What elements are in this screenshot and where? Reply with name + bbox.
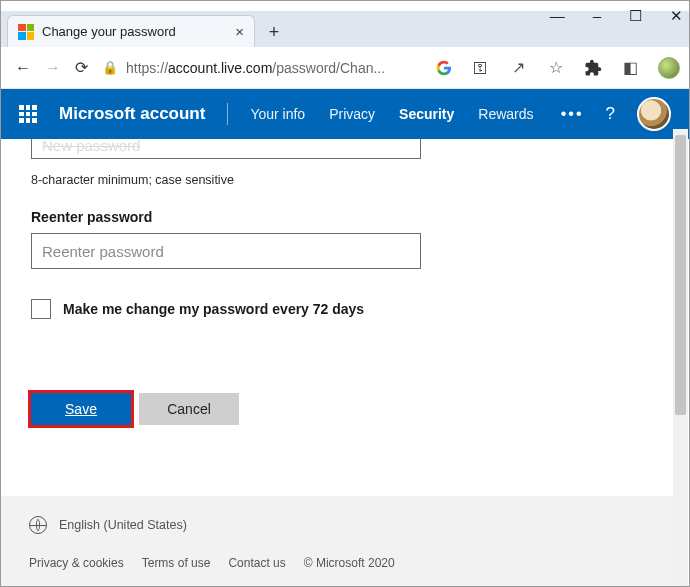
header-separator (227, 103, 228, 125)
url-scheme: https:// (126, 60, 168, 76)
toolbar-right: ⚿ ↗ ☆ ◧ ⋮ (436, 57, 690, 79)
share-icon[interactable]: ↗ (508, 58, 528, 77)
address-bar: ← → ⟳ 🔒 https://account.live.com/passwor… (1, 47, 689, 89)
page-content: New password 8-character minimum; case s… (1, 139, 689, 499)
account-switch-icon[interactable]: ◧ (620, 58, 640, 77)
more-actions-icon[interactable]: ••• (561, 105, 584, 123)
page-footer: English (United States) Privacy & cookie… (1, 496, 673, 586)
scrollbar-thumb[interactable] (675, 135, 686, 415)
nav-yourinfo[interactable]: Your info (250, 106, 305, 122)
nav-rewards[interactable]: Rewards (478, 106, 533, 122)
footer-copyright: © Microsoft 2020 (304, 556, 395, 570)
url-box[interactable]: 🔒 https://account.live.com/password/Chan… (102, 60, 422, 76)
app-launcher-icon[interactable] (19, 105, 37, 123)
new-password-ghost: New password (42, 137, 140, 154)
new-password-input-truncated[interactable]: New password (31, 139, 421, 159)
footer-contact[interactable]: Contact us (228, 556, 285, 570)
browser-tab[interactable]: Change your password × (7, 15, 255, 47)
password-key-icon[interactable]: ⚿ (470, 59, 490, 76)
password-hint: 8-character minimum; case sensitive (31, 173, 659, 187)
button-row: Save Cancel (31, 393, 659, 425)
microsoft-favicon-icon (18, 24, 34, 40)
profile-avatar-icon[interactable] (658, 57, 680, 79)
header-right: ••• ? (561, 97, 671, 131)
google-icon[interactable] (436, 60, 452, 76)
save-button[interactable]: Save (31, 393, 131, 425)
extensions-icon[interactable] (584, 59, 602, 77)
window-minimize-icon[interactable]: — (550, 7, 565, 25)
footer-lang[interactable]: English (United States) (59, 518, 187, 532)
reenter-label: Reenter password (31, 209, 659, 225)
reenter-password-input[interactable] (31, 233, 421, 269)
site-header: Microsoft account Your info Privacy Secu… (1, 89, 689, 139)
window-controls: — – ☐ ✕ (550, 7, 683, 25)
star-icon[interactable]: ☆ (546, 58, 566, 77)
nav-reload-icon[interactable]: ⟳ (75, 58, 88, 77)
nav-privacy[interactable]: Privacy (329, 106, 375, 122)
brand-title[interactable]: Microsoft account (59, 104, 205, 124)
tab-title: Change your password (42, 24, 227, 39)
window-maximize-icon[interactable]: ☐ (629, 7, 642, 25)
force-change-row: Make me change my password every 72 days (31, 299, 659, 319)
header-nav: Your info Privacy Security Rewards (250, 106, 533, 122)
window-dash-icon[interactable]: – (593, 7, 601, 25)
lock-icon: 🔒 (102, 60, 118, 75)
new-tab-button[interactable]: + (259, 17, 289, 47)
force-change-checkbox[interactable] (31, 299, 51, 319)
nav-forward-icon[interactable]: → (45, 59, 61, 77)
window-close-icon[interactable]: ✕ (670, 7, 683, 25)
url-host: account.live.com (168, 60, 272, 76)
user-avatar-icon[interactable] (637, 97, 671, 131)
nav-security[interactable]: Security (399, 106, 454, 122)
footer-privacy[interactable]: Privacy & cookies (29, 556, 124, 570)
footer-terms[interactable]: Terms of use (142, 556, 211, 570)
cancel-button[interactable]: Cancel (139, 393, 239, 425)
tab-close-icon[interactable]: × (235, 23, 244, 40)
globe-icon[interactable] (29, 516, 47, 534)
scrollbar[interactable] (673, 129, 688, 586)
nav-back-icon[interactable]: ← (15, 59, 31, 77)
help-icon[interactable]: ? (606, 104, 615, 124)
url-path: /password/Chan... (272, 60, 385, 76)
force-change-label: Make me change my password every 72 days (63, 301, 364, 317)
